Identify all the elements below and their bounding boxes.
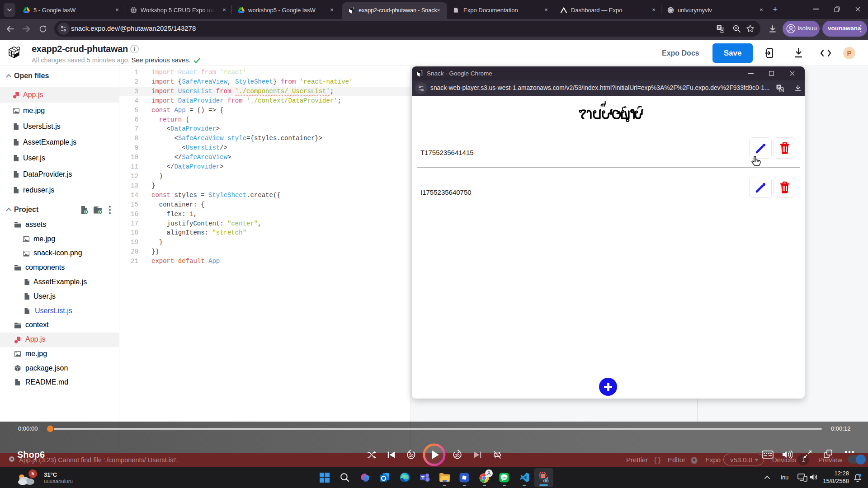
svg-text:LINE: LINE xyxy=(502,476,508,479)
svg-text:30: 30 xyxy=(455,453,460,458)
svg-text:10: 10 xyxy=(409,453,413,458)
